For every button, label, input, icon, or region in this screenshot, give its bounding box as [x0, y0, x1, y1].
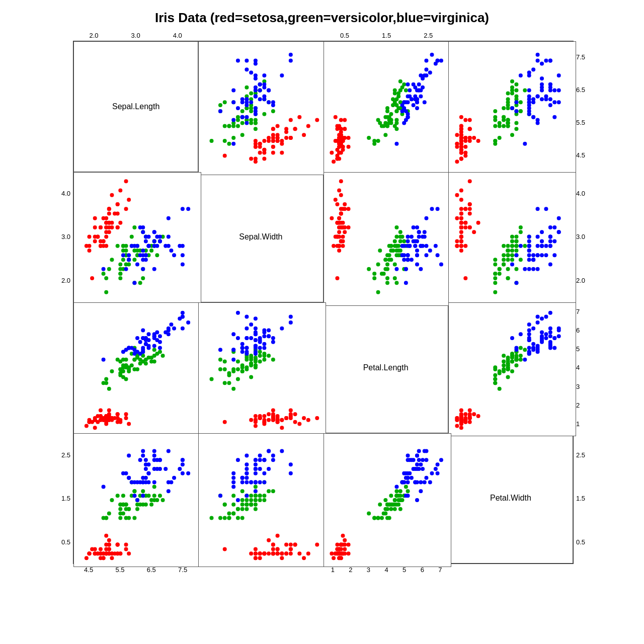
- scatter-sl-pw: [448, 41, 576, 175]
- scatter-sl-pl: [324, 41, 451, 175]
- left-axis-col: 4.0 3.0 2.0 2.5 1.5 0.5: [45, 41, 73, 564]
- scatter-pw-sl: [73, 433, 201, 567]
- scatter-pw-pl: [324, 433, 451, 567]
- grid-with-axes: 4.0 3.0 2.0 2.5 1.5 0.5 Sepal.Length: [45, 41, 599, 564]
- top-axis-col3: 0.51.52.5: [324, 30, 449, 41]
- left-axis-row1: [45, 41, 73, 172]
- scatter-pl-sl: [73, 302, 201, 436]
- label-petal-width: Petal.Width: [448, 433, 573, 564]
- bottom-axis-col4: [449, 564, 575, 575]
- scatter-pw-sw: [198, 433, 326, 567]
- right-axis-col: 7.5 6.5 5.5 4.5 4.0 3.0 2.0 7 6 5 4 3 2: [574, 41, 599, 564]
- scatter-sw-sl: [73, 172, 201, 306]
- scatter-sw-pl: [324, 172, 451, 306]
- main-container: Iris Data (red=setosa,green=versicolor,b…: [0, 0, 644, 644]
- chart-area: 2.03.04.0 0.51.52.5 4.0 3.0 2.0 2.5 1: [45, 30, 599, 575]
- top-axis-col2: [198, 30, 324, 41]
- right-axis-row2: 4.0 3.0 2.0: [574, 172, 599, 302]
- chart-title: Iris Data (red=setosa,green=versicolor,b…: [155, 10, 489, 26]
- right-axis-row1: 7.5 6.5 5.5 4.5: [574, 41, 599, 172]
- top-axis-col4: [449, 30, 575, 41]
- right-axis-row3: 7 6 5 4 3 2 1: [574, 302, 599, 433]
- label-petal-length: Petal.Length: [324, 302, 448, 433]
- right-axis-row4: 2.5 1.5 0.5: [574, 433, 599, 564]
- scatter-sw-pw: [448, 172, 576, 306]
- scatter-grid: Sepal.Length Sepal.Width Petal.Length Pe…: [73, 41, 574, 564]
- left-axis-row3: [45, 302, 73, 433]
- top-axis-col1: 2.03.04.0: [73, 30, 198, 41]
- left-axis-row4: 2.5 1.5 0.5: [45, 433, 73, 564]
- scatter-pl-sw: [198, 302, 326, 436]
- scatter-sl-sw: [198, 41, 326, 175]
- label-sepal-width: Sepal.Width: [198, 172, 323, 303]
- top-axis-row: 2.03.04.0 0.51.52.5: [73, 30, 575, 41]
- scatter-pl-pw: [448, 302, 576, 436]
- label-sepal-length: Sepal.Length: [73, 41, 198, 172]
- left-axis-row2: 4.0 3.0 2.0: [45, 172, 73, 302]
